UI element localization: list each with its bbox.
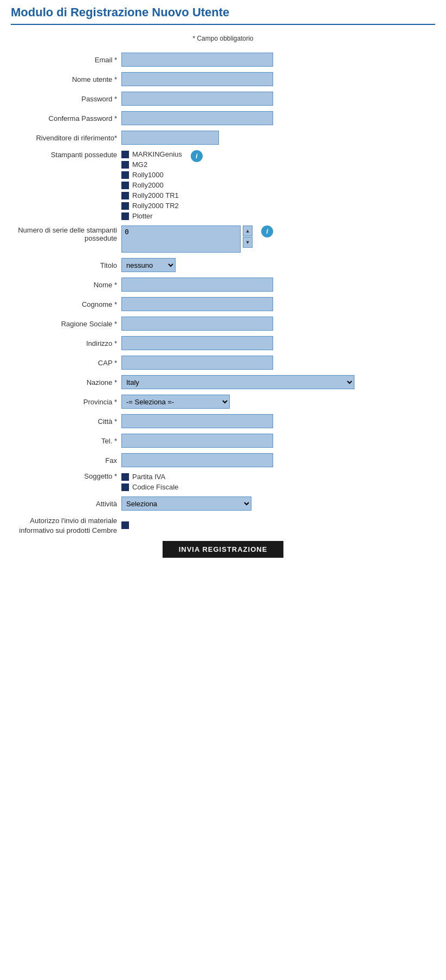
printer-item-5: Rolly2000 TR2 — [121, 202, 182, 210]
cap-cell — [119, 353, 435, 372]
title-divider — [11, 24, 435, 25]
serial-cell: 0 ▲ ▼ i — [119, 223, 435, 255]
serial-spinners: ▲ ▼ — [243, 225, 253, 248]
printer-label-5: Rolly2000 TR2 — [132, 202, 179, 210]
printer-item-6: Plotter — [121, 212, 182, 220]
password-label: Password * — [11, 89, 119, 108]
cognome-cell — [119, 294, 435, 314]
fax-label: Fax — [11, 450, 119, 470]
soggetto-checkbox-1[interactable] — [121, 483, 129, 491]
soggetto-checkbox-0[interactable] — [121, 473, 129, 481]
nazione-select[interactable]: Italy France Germany Spain — [121, 375, 354, 389]
reseller-cell — [119, 128, 435, 147]
ragione-row: Ragione Sociale * — [11, 314, 435, 333]
printer-item-0: MARKINGenius — [121, 150, 182, 158]
username-label: Nome utente * — [11, 69, 119, 89]
ragione-cell — [119, 314, 435, 333]
serial-wrapper: 0 ▲ ▼ — [121, 225, 253, 253]
provincia-cell: -= Seleziona =- — [119, 392, 435, 411]
reseller-label: Rivenditore di riferimento* — [11, 128, 119, 147]
fax-cell — [119, 450, 435, 470]
reseller-input[interactable] — [121, 131, 219, 145]
soggetto-item-0: Partita IVA — [121, 473, 433, 481]
printers-row: Stampanti possedute MARKINGenius MG2 — [11, 147, 435, 223]
printer-checkbox-5[interactable] — [121, 202, 129, 210]
indirizzo-input[interactable] — [121, 336, 273, 350]
serial-info-icon[interactable]: i — [261, 225, 273, 237]
printer-label-0: MARKINGenius — [132, 150, 182, 158]
nazione-cell: Italy France Germany Spain — [119, 372, 435, 392]
serial-spin-down[interactable]: ▼ — [243, 237, 253, 248]
citta-label: Città * — [11, 411, 119, 431]
nome-input[interactable] — [121, 278, 273, 292]
newsletter-cell — [119, 513, 435, 538]
cap-input[interactable] — [121, 356, 273, 370]
printer-item-1: MG2 — [121, 160, 182, 169]
nome-cell — [119, 275, 435, 294]
soggetto-cell: Partita IVA Codice Fiscale — [119, 470, 435, 494]
serial-label: Numero di serie delle stampanti possedut… — [11, 223, 119, 255]
indirizzo-row: Indirizzo * — [11, 333, 435, 353]
cognome-row: Cognome * — [11, 294, 435, 314]
printer-checkbox-3[interactable] — [121, 182, 129, 189]
attivita-select[interactable]: Seleziona — [121, 497, 251, 511]
username-row: Nome utente * — [11, 69, 435, 89]
submit-cell: INVIA REGISTRAZIONE — [11, 538, 435, 560]
confirm-password-row: Conferma Password * — [11, 108, 435, 128]
username-input[interactable] — [121, 72, 273, 86]
printers-checkbox-group: MARKINGenius MG2 Rolly1000 Rolly200 — [121, 150, 182, 220]
confirm-password-label: Conferma Password * — [11, 108, 119, 128]
citta-input[interactable] — [121, 414, 273, 428]
printer-checkbox-2[interactable] — [121, 171, 129, 179]
printer-label-4: Rolly2000 TR1 — [132, 191, 179, 199]
printer-label-3: Rolly2000 — [132, 181, 164, 189]
soggetto-label: Soggetto * — [11, 470, 119, 494]
printer-item-3: Rolly2000 — [121, 181, 182, 189]
serial-spin-up[interactable]: ▲ — [243, 225, 253, 236]
newsletter-label: Autorizzo l'invio di materiale informati… — [11, 513, 119, 538]
fax-input[interactable] — [121, 453, 273, 467]
ragione-input[interactable] — [121, 317, 273, 331]
attivita-cell: Seleziona — [119, 494, 435, 513]
nome-label: Nome * — [11, 275, 119, 294]
soggetto-row: Soggetto * Partita IVA Codice Fiscale — [11, 470, 435, 494]
printer-item-4: Rolly2000 TR1 — [121, 191, 182, 199]
citta-cell — [119, 411, 435, 431]
email-input[interactable] — [121, 53, 273, 67]
soggetto-label-1: Codice Fiscale — [132, 483, 178, 491]
printer-item-2: Rolly1000 — [121, 171, 182, 179]
nazione-row: Nazione * Italy France Germany Spain — [11, 372, 435, 392]
password-input[interactable] — [121, 92, 273, 106]
printer-checkbox-0[interactable] — [121, 151, 129, 158]
email-label: Email * — [11, 50, 119, 69]
provincia-label: Provincia * — [11, 392, 119, 411]
confirm-password-cell — [119, 108, 435, 128]
submit-button[interactable]: INVIA REGISTRAZIONE — [163, 541, 284, 558]
cognome-input[interactable] — [121, 297, 273, 311]
printers-info-icon[interactable]: i — [191, 150, 203, 162]
indirizzo-cell — [119, 333, 435, 353]
attivita-row: Attività Seleziona — [11, 494, 435, 513]
cognome-label: Cognome * — [11, 294, 119, 314]
titolo-row: Titolo nessuno Sig. Sig.ra Dott. Ing. — [11, 255, 435, 275]
titolo-label: Titolo — [11, 255, 119, 275]
titolo-cell: nessuno Sig. Sig.ra Dott. Ing. — [119, 255, 435, 275]
provincia-row: Provincia * -= Seleziona =- — [11, 392, 435, 411]
reseller-row: Rivenditore di riferimento* — [11, 128, 435, 147]
printer-label-2: Rolly1000 — [132, 171, 164, 179]
printer-checkbox-6[interactable] — [121, 212, 129, 220]
soggetto-item-1: Codice Fiscale — [121, 483, 433, 491]
tel-cell — [119, 431, 435, 450]
confirm-password-input[interactable] — [121, 111, 273, 125]
newsletter-checkbox[interactable] — [121, 521, 129, 529]
indirizzo-label: Indirizzo * — [11, 333, 119, 353]
submit-row: INVIA REGISTRAZIONE — [11, 538, 435, 560]
serial-textarea[interactable]: 0 — [121, 225, 241, 253]
printer-checkbox-4[interactable] — [121, 192, 129, 199]
provincia-select[interactable]: -= Seleziona =- — [121, 395, 230, 409]
newsletter-row: Autorizzo l'invio di materiale informati… — [11, 513, 435, 538]
password-row: Password * — [11, 89, 435, 108]
tel-input[interactable] — [121, 434, 273, 448]
titolo-select[interactable]: nessuno Sig. Sig.ra Dott. Ing. — [121, 258, 176, 272]
printer-checkbox-1[interactable] — [121, 161, 129, 169]
